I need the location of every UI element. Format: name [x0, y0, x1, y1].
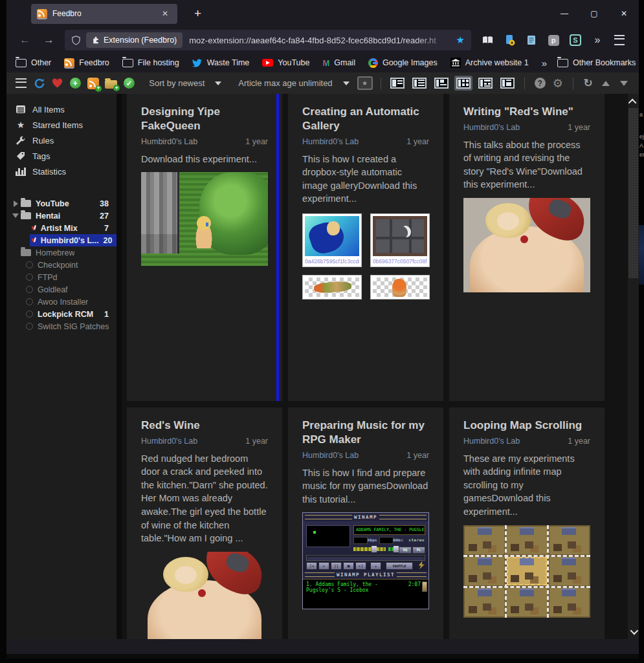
close-window-button[interactable]: ✕: [609, 0, 639, 27]
view-compact-cards-icon[interactable]: [476, 76, 494, 91]
s-extension-icon[interactable]: S: [566, 31, 585, 49]
tab-feedbro[interactable]: Feedbro ✕: [31, 4, 177, 24]
gallery-thumbnail-dragon[interactable]: 0a426b7595cf1fc3ccdd...: [302, 213, 362, 267]
article-card-reds-wine[interactable]: Red's Wine Humbird0's Lab 1 year Red nud…: [127, 408, 282, 639]
view-magazine-icon[interactable]: [432, 76, 450, 91]
tree-feed-goldleaf[interactable]: Goldleaf: [6, 283, 117, 296]
scrollbar-thumb[interactable]: [628, 108, 638, 278]
add-folder-icon[interactable]: +: [104, 76, 118, 91]
article-image-map-tiles[interactable]: [463, 525, 590, 618]
expander-down-icon[interactable]: [12, 213, 19, 218]
other-bookmarks-folder[interactable]: Other Bookmarks: [557, 58, 636, 67]
notes-extension-icon[interactable]: [522, 31, 541, 49]
minimize-button[interactable]: —: [550, 0, 579, 27]
article-card-looping-map[interactable]: Looping Map Scrolling Humbird0's Lab 1 y…: [449, 408, 605, 639]
bookmark-google-images[interactable]: Google Images: [368, 58, 438, 68]
reload-feeds-icon[interactable]: [32, 76, 47, 91]
tree-folder-hentai[interactable]: Hentai 27: [6, 210, 117, 222]
article-source[interactable]: Humbird0's Lab: [463, 437, 520, 446]
address-bar[interactable]: Extension (Feedbro) moz-extension://aeae…: [65, 30, 471, 50]
reading-list-icon[interactable]: [478, 31, 497, 49]
bookmarks-overflow-icon[interactable]: »: [542, 58, 547, 69]
scroll-down-button[interactable]: [628, 625, 639, 638]
bookmark-file-hosting[interactable]: File hosting: [122, 58, 179, 67]
bookmark-archive-website[interactable]: Archive website 1: [450, 58, 529, 68]
article-source[interactable]: Humbird0's Lab: [141, 437, 197, 446]
article-title[interactable]: Looping Map Scrolling: [463, 418, 590, 433]
new-tab-button[interactable]: +: [189, 6, 206, 21]
gallery-thumbnail-orange-figure[interactable]: [370, 275, 430, 299]
bookmark-youtube[interactable]: YouTube: [262, 58, 309, 67]
favorites-heart-icon[interactable]: [50, 76, 65, 91]
help-icon[interactable]: ?: [533, 76, 547, 91]
image-preview-toggle-icon[interactable]: ★: [357, 76, 373, 91]
tree-feed-checkpoint[interactable]: Checkpoint: [6, 259, 117, 271]
settings-gear-icon[interactable]: ⚙: [551, 76, 565, 91]
app-menu-icon[interactable]: [610, 31, 629, 49]
thumbnail-filename-link[interactable]: 0b696377c0507fcc08fc...: [373, 258, 427, 265]
tab-close-icon[interactable]: ✕: [159, 8, 172, 19]
view-column-icon[interactable]: [498, 76, 516, 91]
feed-menu-icon[interactable]: [14, 76, 28, 91]
view-list-icon[interactable]: [410, 76, 428, 91]
tree-folder-youtube[interactable]: YouTube 38: [6, 197, 117, 210]
view-full-articles-icon[interactable]: [388, 76, 406, 91]
download-document-icon[interactable]: [500, 31, 519, 49]
mark-all-read-icon[interactable]: ✓: [122, 76, 137, 91]
tree-feed-switch-sig-patches[interactable]: Switch SIG Patches: [6, 320, 117, 332]
add-icon[interactable]: +: [68, 76, 82, 91]
forward-button[interactable]: →: [37, 34, 61, 47]
view-cards-icon[interactable]: [454, 76, 472, 91]
article-source[interactable]: Humbird0's Lab: [302, 451, 359, 460]
sidebar-item-starred-items[interactable]: ★ Starred Items: [6, 117, 117, 133]
tree-feed-humbird0s-lab[interactable]: ♥ Humbird0's L... 20: [6, 234, 117, 246]
shield-icon[interactable]: [71, 36, 81, 45]
article-image-game-scene[interactable]: [141, 172, 268, 266]
article-card-preparing-music[interactable]: Preparing Music for my RPG Maker Humbird…: [288, 408, 443, 639]
next-article-icon[interactable]: [617, 76, 631, 91]
sidebar-item-rules[interactable]: Rules: [6, 133, 117, 148]
tree-folder-homebrew[interactable]: Homebrew: [6, 246, 117, 259]
article-image-winamp-screenshot[interactable]: WINAMP ADDAMS FAMILY, THE - PUGSLEY' kbp…: [302, 512, 429, 609]
article-title[interactable]: Writing "Red's Wine": [463, 105, 590, 119]
bookmark-star-icon[interactable]: ★: [456, 34, 465, 46]
tree-feed-ftpd[interactable]: FTPd: [6, 271, 117, 283]
previous-article-icon[interactable]: [599, 76, 613, 91]
thumbnail-filename-link[interactable]: 0a426b7595cf1fc3ccdd...: [305, 258, 359, 265]
tree-feed-artist-mix[interactable]: ♥ Artist Mix 7: [6, 222, 117, 234]
article-title[interactable]: Preparing Music for my RPG Maker: [302, 418, 429, 447]
bookmark-gmail[interactable]: M Gmail: [322, 58, 355, 68]
article-source[interactable]: Humbird0's Lab: [463, 123, 520, 132]
bookmark-waste-time[interactable]: Waste Time: [192, 58, 250, 68]
article-title[interactable]: Designing Yipe FakeQueen: [141, 105, 268, 133]
extension-badge[interactable]: Extension (Feedbro): [86, 32, 183, 48]
tree-feed-awoo-installer[interactable]: Awoo Installer: [6, 296, 117, 308]
article-title[interactable]: Red's Wine: [141, 418, 268, 433]
age-dropdown-arrow-icon[interactable]: [343, 82, 350, 85]
gallery-thumbnail-lying-figure[interactable]: [302, 275, 362, 299]
sidebar-item-statistics[interactable]: Statistics: [6, 164, 117, 179]
sort-dropdown-label[interactable]: Sort by newest: [149, 78, 205, 88]
bookmark-feedbro[interactable]: Feedbro: [64, 58, 109, 67]
tree-feed-lockpick-rcm[interactable]: Lockpick RCM 1: [6, 308, 117, 320]
article-source[interactable]: Humbird0's Lab: [141, 137, 197, 146]
maximize-button[interactable]: ▢: [579, 0, 609, 27]
article-image-red-character[interactable]: [141, 552, 268, 639]
p-extension-icon[interactable]: p: [544, 31, 563, 49]
bookmark-other[interactable]: Other: [16, 58, 51, 67]
add-feed-icon[interactable]: +: [86, 76, 100, 91]
article-card-automatic-gallery[interactable]: Creating an Automatic Gallery Humbird0's…: [288, 94, 443, 401]
refresh-view-icon[interactable]: ↻: [581, 76, 595, 91]
scroll-up-button[interactable]: [628, 95, 639, 108]
gallery-thumbnail-window[interactable]: 0b696377c0507fcc08fc...: [370, 213, 430, 267]
extensions-overflow-icon[interactable]: »: [588, 31, 607, 49]
expander-right-icon[interactable]: [12, 201, 19, 207]
sidebar-item-tags[interactable]: Tags: [6, 148, 117, 164]
article-card-designing-yipe[interactable]: Designing Yipe FakeQueen Humbird0's Lab …: [127, 94, 282, 401]
sort-dropdown-arrow-icon[interactable]: [215, 82, 221, 85]
back-button[interactable]: ←: [13, 34, 37, 47]
sidebar-item-all-items[interactable]: All Items: [6, 102, 117, 117]
article-card-writing-reds-wine[interactable]: Writing "Red's Wine" Humbird0's Lab 1 ye…: [449, 94, 605, 401]
vertical-scrollbar[interactable]: [628, 94, 639, 639]
article-image-red-character[interactable]: [463, 198, 590, 292]
